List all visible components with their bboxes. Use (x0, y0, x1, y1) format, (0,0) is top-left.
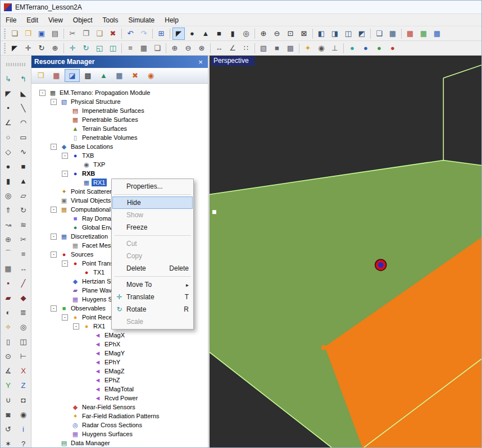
face-mode-icon[interactable]: ▰ (2, 291, 15, 304)
settings-icon[interactable]: ✶ (2, 437, 15, 448)
offset-icon[interactable]: ≡ (17, 247, 30, 260)
toolbar-grip[interactable] (6, 63, 25, 66)
array-icon[interactable]: ▦ (138, 42, 150, 54)
context-menu-item-hide[interactable]: Hide (112, 196, 193, 209)
copy-icon[interactable]: ❐ (80, 28, 92, 40)
sweep-icon[interactable]: ↝ (2, 218, 15, 231)
info-icon[interactable]: i (17, 422, 30, 436)
view-top-icon[interactable]: ◧ (315, 28, 328, 40)
delete-icon[interactable]: ✖ (107, 28, 119, 40)
boolean-icon[interactable]: ⊕ (2, 232, 15, 246)
window-cascade-icon[interactable]: ❏ (373, 28, 385, 40)
pattern-icon[interactable]: ▦ (2, 262, 15, 275)
tree-expand-toggle[interactable]: - (62, 260, 68, 267)
context-menu-item-delete[interactable]: DeleteDelete (112, 262, 193, 275)
tree-item-physical-structure[interactable]: -▧Physical Structure (31, 97, 208, 106)
tree-expand-toggle[interactable]: - (62, 314, 68, 321)
tree-item-rcvd-power[interactable]: ◄Rcvd Power (31, 394, 208, 403)
viewport-3d[interactable]: Perspective (210, 56, 481, 447)
tree-item-emagz[interactable]: ◄EMagZ (31, 367, 208, 376)
tab-materials[interactable]: ▦ (49, 69, 64, 82)
view-front-icon[interactable]: ◨ (329, 28, 341, 40)
align-icon[interactable]: ≡ (124, 42, 137, 54)
group-icon[interactable]: ❏ (151, 42, 163, 54)
scale-tool-icon[interactable]: ◱ (93, 42, 106, 54)
lock-icon[interactable]: ◘ (17, 393, 30, 406)
close-icon[interactable]: × (196, 58, 205, 66)
undo-icon[interactable]: ↶ (124, 28, 137, 40)
tree-item-penetrable-surfaces[interactable]: ▦Penetrable Surfaces (31, 115, 208, 124)
tab-project[interactable]: ❒ (33, 69, 48, 82)
resource-manager-titlebar[interactable]: Resource Manager × (31, 56, 208, 68)
draw-arc-icon[interactable]: ◠ (17, 116, 30, 129)
cut-icon[interactable]: ✂ (66, 28, 79, 40)
tree-item-far-field-radiation-patterns[interactable]: ✦Far-Field Radiation Patterns (31, 412, 208, 420)
view-iso-icon[interactable]: ◩ (356, 28, 368, 40)
axis-z-icon[interactable]: Z (17, 378, 30, 392)
help-tool-icon[interactable]: ? (17, 437, 30, 448)
axis-y-icon[interactable]: Y (2, 378, 15, 392)
pointer-tool-icon[interactable]: ◤ (8, 42, 21, 54)
menu-simulate[interactable]: Simulate (124, 14, 160, 26)
tree-expand-toggle[interactable]: - (51, 207, 57, 213)
trim-icon[interactable]: ✂ (17, 232, 30, 246)
window-tile-icon[interactable]: ▦ (386, 28, 399, 40)
menu-view[interactable]: View (43, 14, 68, 26)
box-tool-icon[interactable]: ■ (213, 28, 225, 40)
tree-expand-toggle[interactable]: - (51, 305, 57, 312)
print-icon[interactable]: ▤ (49, 28, 61, 40)
solid-box-icon[interactable]: ■ (17, 159, 30, 173)
tree-item-impenetrable-surfaces[interactable]: ▤Impenetrable Surfaces (31, 106, 208, 115)
context-menu-item-translate[interactable]: ✛TranslateT (112, 291, 193, 303)
solid-sphere-icon[interactable]: ● (2, 159, 15, 173)
pan-tool-icon[interactable]: ✛ (22, 42, 34, 54)
tree-expand-toggle[interactable]: - (51, 144, 57, 150)
walk-import-icon[interactable]: ↳ (2, 72, 15, 85)
tree-item-ephx[interactable]: ◄EPhX (31, 340, 208, 349)
measure-angle-icon[interactable]: ∠ (226, 42, 239, 54)
material-green-icon[interactable]: ● (373, 42, 385, 54)
solid-cone-icon[interactable]: ▲ (17, 174, 30, 188)
tree-expand-toggle[interactable]: - (51, 252, 57, 258)
tree-item-emagtotal[interactable]: ◄EMagTotal (31, 385, 208, 394)
tree-item-txb[interactable]: -●TXB (31, 151, 208, 160)
axes-icon[interactable]: ⊥ (329, 42, 341, 54)
visibility-icon[interactable]: ◉ (17, 408, 30, 421)
measure-distance-icon[interactable]: ↔ (213, 42, 225, 54)
tree-expand-toggle[interactable]: - (62, 171, 68, 177)
material-red-icon[interactable]: ● (386, 42, 399, 54)
tree-expand-toggle[interactable]: - (51, 234, 57, 240)
cone-tool-icon[interactable]: ▲ (199, 28, 212, 40)
menu-file[interactable]: File (1, 14, 21, 26)
tree-item-txp[interactable]: ◉TXP (31, 160, 208, 169)
zoom-in-icon[interactable]: ⊕ (257, 28, 270, 40)
tree-item-rxb[interactable]: -●RXB (31, 169, 208, 178)
select-objects-icon[interactable]: ◤ (2, 86, 15, 100)
torus-tool-icon[interactable]: ◎ (240, 28, 252, 40)
toolbar-grip[interactable] (4, 29, 6, 39)
walk-export-icon[interactable]: ↰ (17, 72, 30, 85)
tab-errors[interactable]: ✖ (128, 69, 143, 82)
light-icon[interactable]: ✦ (302, 42, 314, 54)
grid-snap-icon[interactable]: ∷ (240, 42, 252, 54)
zoom-dynamic-icon[interactable]: ⊕ (49, 42, 61, 54)
paste-icon[interactable]: ❑ (93, 28, 106, 40)
context-menu-item-properties[interactable]: Properties... (112, 180, 193, 193)
menu-help[interactable]: Help (160, 14, 184, 26)
tree-item-penetrable-volumes[interactable]: ▯Penetrable Volumes (31, 133, 208, 142)
mirror-tool-icon[interactable]: ◫ (107, 42, 119, 54)
wireframe-mode-icon[interactable]: ▧ (257, 42, 270, 54)
tree-expand-toggle[interactable]: - (39, 90, 46, 96)
draw-polygon-icon[interactable]: ◇ (2, 145, 15, 158)
shaded-mode-icon[interactable]: ■ (271, 42, 283, 54)
revolve-icon[interactable]: ↻ (17, 203, 30, 217)
material-icon[interactable]: ◐ (2, 305, 15, 319)
context-menu-item-move-to[interactable]: Move To▸ (112, 278, 193, 291)
loft-icon[interactable]: ≋ (17, 218, 30, 231)
open-folder-icon[interactable]: ❒ (22, 28, 34, 40)
tree-item-ephy[interactable]: ◄EPhY (31, 358, 208, 367)
window-titlebar[interactable]: EMTerrano_Lesson2A (1, 1, 481, 14)
solid-torus-icon[interactable]: ◎ (2, 189, 15, 202)
rotate-tool-icon[interactable]: ↻ (80, 42, 92, 54)
transmitter-marker[interactable] (375, 259, 386, 271)
